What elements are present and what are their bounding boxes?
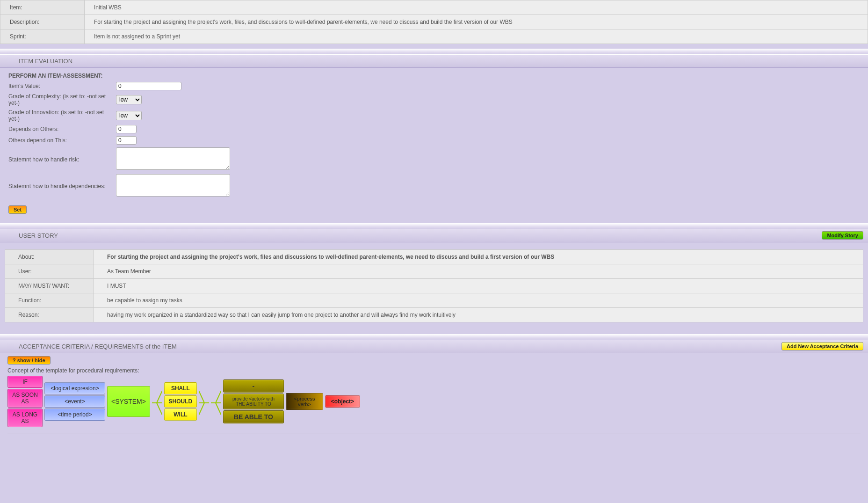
items-value-input[interactable] (116, 82, 181, 90)
table-row: MAY/ MUST/ WANT: I MUST (5, 279, 863, 293)
show-hide-button[interactable]: ? show / hide (7, 356, 51, 364)
function-label: Function: (5, 293, 94, 308)
reason-label: Reason: (5, 308, 94, 322)
about-label: About: (5, 250, 94, 264)
item-evaluation-header: ITEM EVALUATION (0, 54, 868, 68)
slot-logical-expression: <logical expresion> (44, 382, 105, 394)
about-value: For starting the project and assigning t… (94, 250, 863, 264)
acceptance-section: ACCEPTANCE CRITERIA / REQUIREMENTS of th… (0, 340, 868, 438)
innovation-label: Grade of Innovation: (is set to: -not se… (8, 109, 116, 122)
modify-story-button[interactable]: Modify Story (822, 231, 863, 240)
condition-aslongas: AS LONG AS (7, 408, 43, 427)
table-row: Function: be capable to assign my tasks (5, 293, 863, 308)
item-value: Initial WBS (85, 0, 868, 15)
risk-statement-textarea[interactable] (116, 147, 230, 170)
branch-out-icon (152, 385, 162, 418)
ability-provide: provide <actor> with THE ABILITY TO (223, 394, 284, 409)
user-story-header: USER STORY Modify Story (0, 229, 868, 242)
table-row: Item: Initial WBS (0, 0, 868, 15)
table-row: Description: For starting the project an… (0, 15, 868, 29)
modal-should: SHOULD (164, 395, 197, 408)
branch-out-icon (211, 385, 221, 418)
section-title: ACCEPTANCE CRITERIA / REQUIREMENTS of th… (19, 343, 177, 350)
complexity-label: Grade of Complexity: (is set to: -not se… (8, 93, 116, 106)
user-value: As Team Member (94, 264, 863, 279)
sprint-label: Sprint: (0, 29, 85, 44)
system-chip: <SYSTEM> (107, 386, 150, 417)
condition-assoonas: AS SOON AS (7, 389, 43, 408)
ability-beableto: BE ABLE TO (223, 410, 284, 423)
condition-if: IF (7, 376, 43, 388)
function-value: be capable to assign my tasks (94, 293, 863, 308)
table-row: User: As Team Member (5, 264, 863, 279)
object-chip: <object> (325, 395, 360, 408)
risk-statement-label: Statemnt how to handle risk: (8, 156, 116, 163)
assessment-heading: PERFORM AN ITEM-ASSESSMENT: (8, 73, 860, 79)
modal-value: I MUST (94, 279, 863, 293)
reason-value: having my work organized in a standardiz… (94, 308, 863, 322)
depends-on-others-input[interactable] (116, 125, 137, 133)
user-label: User: (5, 264, 94, 279)
others-depend-label: Others depend on This: (8, 137, 116, 144)
user-story-section: USER STORY Modify Story About: For start… (0, 229, 868, 334)
section-title: USER STORY (19, 232, 58, 239)
table-row: Reason: having my work organized in a st… (5, 308, 863, 322)
item-info-table: Item: Initial WBS Description: For start… (0, 0, 868, 44)
innovation-select[interactable]: low (116, 111, 142, 120)
item-label: Item: (0, 0, 85, 15)
section-title: ITEM EVALUATION (19, 58, 72, 65)
depends-on-others-label: Depends on Others: (8, 126, 116, 132)
description-label: Description: (0, 15, 85, 29)
complexity-select[interactable]: low (116, 95, 142, 104)
slot-time-period: <time period> (44, 408, 105, 421)
table-row: About: For starting the project and assi… (5, 250, 863, 264)
add-acceptance-criteria-button[interactable]: Add New Acceptance Criteria (781, 342, 863, 350)
set-button[interactable]: Set (8, 205, 27, 214)
description-value: For starting the project and assigning t… (85, 15, 868, 29)
requirement-flow-diagram: IF AS SOON AS AS LONG AS <logical expres… (7, 376, 861, 427)
process-verb-chip: <process verb> (286, 393, 323, 410)
item-evaluation-section: ITEM EVALUATION PERFORM AN ITEM-ASSESSME… (0, 54, 868, 223)
deps-statement-textarea[interactable] (116, 174, 230, 197)
slot-event: <event> (44, 395, 105, 408)
acceptance-header: ACCEPTANCE CRITERIA / REQUIREMENTS of th… (0, 340, 868, 353)
user-story-table: About: For starting the project and assi… (5, 249, 863, 322)
table-row: Sprint: Item is not assigned to a Sprint… (0, 29, 868, 44)
modal-label: MAY/ MUST/ WANT: (5, 279, 94, 293)
others-depend-input[interactable] (116, 136, 137, 145)
sprint-value: Item is not assigned to a Sprint yet (85, 29, 868, 44)
divider (7, 433, 861, 433)
modal-shall: SHALL (164, 382, 197, 394)
modal-will: WILL (164, 408, 197, 421)
deps-statement-label: Statemnt how to handle dependencies: (8, 183, 116, 190)
branch-in-icon (199, 385, 209, 418)
concept-caption: Concept of the template for procedural r… (7, 367, 861, 374)
items-value-label: Item's Value: (8, 83, 116, 89)
ability-dash: - (223, 379, 284, 393)
